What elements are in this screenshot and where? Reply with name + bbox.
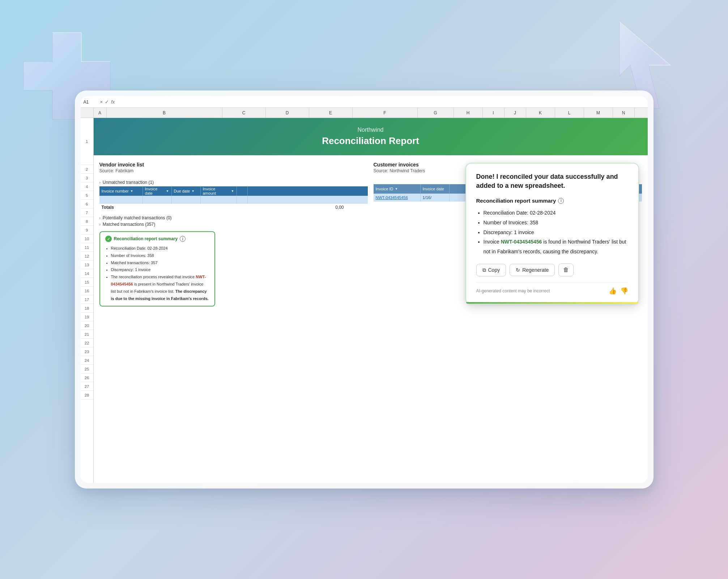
ai-summary-title: Reconciliation report summary i bbox=[476, 198, 628, 204]
totals-value: 0,00 bbox=[335, 205, 344, 210]
regenerate-button[interactable]: ↻ Regenerate bbox=[510, 264, 555, 276]
regenerate-icon: ↻ bbox=[516, 267, 520, 273]
th-extra bbox=[237, 186, 248, 196]
col-k: K bbox=[526, 108, 555, 118]
copy-label: Copy bbox=[488, 267, 500, 273]
filter-icon-due[interactable]: ▼ bbox=[191, 189, 195, 193]
matched-label: Matched transactions (357) bbox=[103, 222, 155, 227]
formula-input[interactable] bbox=[117, 98, 644, 105]
recon-box-title: ✓ Reconciliation report summary i bbox=[105, 236, 209, 242]
vendor-invoice-date-cell bbox=[143, 196, 172, 204]
th-invoice-date: Invoice date ▼ bbox=[143, 186, 172, 196]
delete-button[interactable]: 🗑 bbox=[558, 263, 574, 276]
row-20: 20 bbox=[81, 321, 93, 330]
row-3: 3 bbox=[81, 174, 93, 182]
ai-summary-title-text: Reconciliation report summary bbox=[476, 198, 556, 204]
col-g: G bbox=[418, 108, 454, 118]
potentially-matched-label: Potentially matched transactions (0) bbox=[103, 215, 172, 220]
totals-label: Totals bbox=[102, 205, 336, 210]
col-m: M bbox=[584, 108, 613, 118]
copy-button[interactable]: ⧉ Copy bbox=[476, 264, 506, 276]
ai-disclaimer: AI-generated content may be incorrect 👍 … bbox=[476, 282, 628, 295]
thumbs-up-icon[interactable]: 👍 bbox=[609, 287, 617, 295]
totals-row: Totals 0,00 bbox=[99, 204, 368, 211]
th-customer-invoice-date: Invoice date bbox=[421, 184, 450, 194]
trash-icon: 🗑 bbox=[563, 267, 569, 273]
th-customer-invoice-id: Invoice ID ▼ bbox=[374, 184, 421, 194]
row-17: 17 bbox=[81, 295, 93, 304]
unmatched-transactions-row[interactable]: › Unmatched transaction (1) bbox=[99, 180, 368, 185]
row-6: 6 bbox=[81, 200, 93, 208]
ai-panel: Done! I reconciled your data successfull… bbox=[465, 163, 639, 304]
disclaimer-text: AI-generated content may be incorrect bbox=[476, 288, 550, 293]
col-c: C bbox=[222, 108, 266, 118]
row-25: 25 bbox=[81, 365, 93, 373]
col-n: N bbox=[613, 108, 635, 118]
recon-item-detail: The reconciliation process revealed that… bbox=[111, 274, 209, 302]
row-22: 22 bbox=[81, 339, 93, 347]
row-27: 27 bbox=[81, 382, 93, 391]
corner-cell bbox=[81, 108, 94, 118]
row-5: 5 bbox=[81, 191, 93, 200]
col-b: B bbox=[107, 108, 222, 118]
col-d: D bbox=[266, 108, 309, 118]
th-invoice-amount: Invoice amount ▼ bbox=[201, 186, 237, 196]
col-j: J bbox=[505, 108, 526, 118]
row-23: 23 bbox=[81, 347, 93, 356]
vendor-invoice-num-cell bbox=[99, 196, 143, 204]
recon-summary-box-spreadsheet: ✓ Reconciliation report summary i Reconc… bbox=[99, 231, 215, 307]
ai-summary-item-detail: Invoice NWT-0434545456 is found in North… bbox=[484, 237, 628, 256]
chevron-icon: › bbox=[99, 181, 101, 185]
vendor-amount-cell bbox=[201, 196, 237, 204]
row-7: 7 bbox=[81, 208, 93, 217]
col-e: E bbox=[309, 108, 353, 118]
filter-icon[interactable]: ▼ bbox=[130, 189, 133, 193]
row-13: 13 bbox=[81, 261, 93, 269]
row-16: 16 bbox=[81, 287, 93, 295]
row-21: 21 bbox=[81, 330, 93, 339]
column-headers: A B C D E F G H I J K L M N bbox=[81, 108, 648, 118]
formula-bar: A1 × ✓ fx bbox=[81, 96, 648, 108]
device-frame: A1 × ✓ fx A B C D E F G H I J K L M N bbox=[75, 90, 654, 489]
feedback-icons: 👍 👎 bbox=[609, 287, 628, 295]
formula-check-x: × bbox=[100, 99, 103, 105]
formula-check-v: ✓ bbox=[105, 99, 109, 105]
filter-icon-date[interactable]: ▼ bbox=[166, 189, 169, 193]
potentially-matched-row[interactable]: › Potentially matched transactions (0) bbox=[99, 215, 368, 220]
row-24: 24 bbox=[81, 356, 93, 365]
recon-box-title-text: Reconciliation report summary bbox=[114, 236, 178, 241]
formula-fx: fx bbox=[111, 99, 115, 105]
row-14: 14 bbox=[81, 269, 93, 278]
thumbs-down-icon[interactable]: 👎 bbox=[620, 287, 628, 295]
chevron-icon-3: › bbox=[99, 223, 101, 227]
check-circle-icon: ✓ bbox=[105, 236, 112, 242]
company-name: Northwind bbox=[101, 127, 640, 133]
filter-icon-amount[interactable]: ▼ bbox=[231, 189, 234, 193]
col-f: F bbox=[353, 108, 418, 118]
col-l: L bbox=[555, 108, 584, 118]
customer-invoice-id-cell: NWT-0434545456 bbox=[374, 194, 421, 202]
invoice-highlight: NWT-0434545456 bbox=[111, 275, 206, 286]
filter-icon-cust[interactable]: ▼ bbox=[395, 187, 398, 191]
th-due-date: Due date ▼ bbox=[172, 186, 201, 196]
th-invoice-number: Invoice number ▼ bbox=[99, 186, 143, 196]
row-11: 11 bbox=[81, 243, 93, 252]
recon-item-date: Reconciliation Date: 02-28-2024 bbox=[111, 245, 209, 252]
row-15: 15 bbox=[81, 278, 93, 287]
recon-item-invoices: Number of Invoices: 358 bbox=[111, 252, 209, 259]
row-4: 4 bbox=[81, 182, 93, 191]
row-10: 10 bbox=[81, 234, 93, 243]
vendor-table-header: Invoice number ▼ Invoice date ▼ Due date… bbox=[99, 186, 368, 196]
unmatched-label: Unmatched transaction (1) bbox=[103, 180, 154, 185]
matched-row[interactable]: › Matched transactions (357) bbox=[99, 222, 368, 227]
report-header: Northwind Reconciliation Report bbox=[94, 118, 648, 155]
row-18: 18 bbox=[81, 304, 93, 313]
vendor-data-row-empty bbox=[99, 196, 368, 204]
ai-done-text: Done! I reconciled your data successfull… bbox=[476, 172, 628, 190]
recon-item-matched: Matched transactions: 357 bbox=[111, 259, 209, 267]
info-icon: i bbox=[180, 236, 186, 242]
vendor-extra-cell bbox=[237, 196, 248, 204]
recon-summary-list: Reconciliation Date: 02-28-2024 Number o… bbox=[105, 245, 209, 302]
ai-summary-item-invoices: Number of Invoices: 358 bbox=[484, 218, 628, 228]
row-8: 8 bbox=[81, 217, 93, 226]
